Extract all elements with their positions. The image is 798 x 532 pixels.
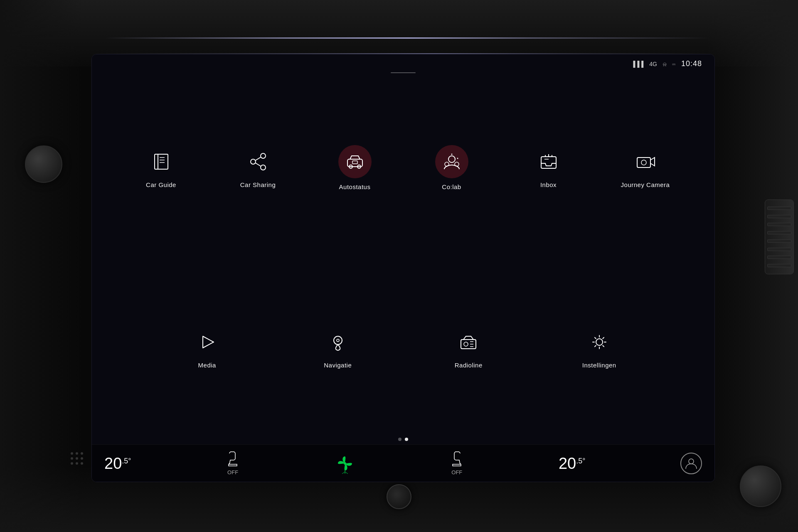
pin-icon [327, 331, 349, 353]
svg-line-9 [255, 163, 261, 166]
inbox-icon [538, 151, 559, 172]
left-temp-value: 20 [104, 456, 122, 471]
navigatie-label: Navigatie [324, 362, 352, 369]
seat-right-icon [450, 451, 463, 468]
dot [76, 462, 78, 465]
svg-point-18 [457, 158, 458, 159]
share-icon [247, 151, 269, 172]
instellingen-label: Instellingen [582, 362, 616, 369]
app-car-guide[interactable]: Car Guide [134, 147, 188, 188]
app-instellingen[interactable]: Instellingen [572, 328, 626, 369]
left-knob[interactable] [25, 145, 62, 183]
svg-point-6 [251, 159, 256, 164]
navigatie-icon-wrap [323, 328, 352, 357]
svg-point-24 [337, 339, 339, 342]
screen-content: ▐▐▐ 4G ⍾ ⎓ 10:48 [92, 54, 714, 482]
app-navigatie[interactable]: Navigatie [311, 328, 365, 369]
camera-icon [635, 151, 656, 172]
journey-camera-label: Journey Camera [621, 181, 670, 188]
service-icon: ⎓ [672, 61, 675, 67]
dot [71, 457, 73, 460]
colab-icon-wrap [435, 145, 468, 178]
dot [81, 462, 83, 465]
svg-point-30 [596, 339, 603, 345]
radioline-label: Radioline [455, 362, 483, 369]
dot [76, 457, 78, 460]
car-guide-label: Car Guide [146, 181, 176, 188]
radioline-icon-wrap [454, 328, 483, 357]
dot [76, 452, 78, 455]
svg-rect-20 [637, 158, 650, 167]
vent-slat [767, 215, 791, 218]
svg-rect-0 [155, 154, 168, 169]
seat-left[interactable]: OFF [226, 451, 239, 475]
svg-rect-25 [461, 340, 476, 349]
dot [71, 462, 73, 465]
app-autostatus[interactable]: Autostatus [328, 145, 382, 190]
car-sharing-label: Car Sharing [240, 181, 276, 188]
fan-control[interactable] [335, 453, 355, 474]
autostatus-icon-wrap [338, 145, 372, 178]
colab-icon [441, 151, 463, 172]
seat-right[interactable]: OFF [450, 451, 463, 475]
dot [81, 452, 83, 455]
svg-line-8 [255, 157, 261, 160]
infotainment-screen: ▐▐▐ 4G ⍾ ⎓ 10:48 [91, 54, 715, 482]
bottom-right-knob[interactable] [740, 466, 781, 507]
svg-point-31 [344, 462, 346, 465]
car-icon [344, 151, 366, 172]
right-climate: 20.5° [559, 456, 586, 471]
book-icon [150, 151, 172, 172]
vent-slat [767, 248, 791, 251]
car-guide-icon-wrap [147, 147, 176, 176]
user-icon [684, 456, 698, 470]
settings-icon [589, 331, 610, 353]
top-reflection [104, 37, 711, 39]
page-indicator [92, 434, 714, 444]
vent-slat [767, 223, 791, 226]
app-journey-camera[interactable]: Journey Camera [618, 147, 672, 188]
svg-point-26 [464, 342, 468, 346]
seat-left-label: OFF [227, 469, 238, 475]
main-app-area: Car Guide Car [92, 77, 714, 434]
left-temp: 20.5° [104, 456, 131, 471]
svg-point-35 [689, 459, 694, 464]
seat-left-icon [226, 451, 239, 468]
vent-slat [767, 256, 791, 259]
signal-icon: ▐▐▐ [631, 61, 644, 67]
right-temp-value: 20 [559, 456, 576, 471]
play-icon [196, 331, 218, 353]
status-bar: ▐▐▐ 4G ⍾ ⎓ 10:48 [92, 54, 714, 70]
vent-slat [767, 207, 791, 210]
app-car-sharing[interactable]: Car Sharing [231, 147, 285, 188]
svg-line-34 [345, 472, 348, 474]
svg-rect-13 [352, 161, 357, 164]
colab-label: Co:lab [442, 183, 461, 190]
left-climate: 20.5° [104, 456, 131, 471]
app-row-1: Car Guide Car [100, 81, 706, 254]
app-radioline[interactable]: Radioline [441, 328, 495, 369]
row-spacer [100, 254, 706, 262]
right-vent [765, 200, 794, 274]
svg-line-33 [342, 472, 345, 474]
dot [81, 457, 83, 460]
profile-icon[interactable] [680, 453, 702, 474]
app-inbox[interactable]: Inbox [522, 147, 576, 188]
svg-point-17 [451, 153, 452, 155]
fan-icon [335, 453, 355, 474]
home-button[interactable] [387, 484, 411, 509]
car-display-ui: ▐▐▐ 4G ⍾ ⎓ 10:48 [0, 0, 798, 532]
clock: 10:48 [681, 59, 702, 68]
radio-icon [458, 331, 479, 353]
svg-marker-22 [203, 336, 214, 348]
page-dot-1 [398, 438, 401, 441]
app-colab[interactable]: Co:lab [425, 145, 479, 190]
app-media[interactable]: Media [180, 328, 234, 369]
car-sharing-icon-wrap [244, 147, 273, 176]
svg-point-5 [261, 153, 266, 158]
swipe-line [391, 72, 416, 73]
network-label: 4G [649, 61, 657, 67]
right-temp: 20.5° [559, 456, 586, 471]
media-label: Media [198, 362, 216, 369]
svg-point-7 [261, 165, 266, 170]
